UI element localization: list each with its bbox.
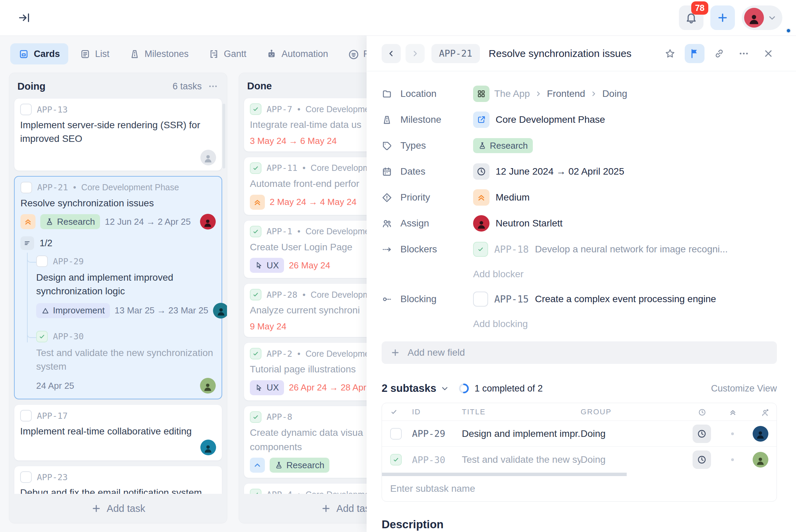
time-estimate-button[interactable] [693,450,711,469]
field-priority: Priority Medium [382,184,777,210]
copy-link-button[interactable] [709,44,729,63]
field-location: Location The App Frontend Doing [382,81,777,107]
task-id: APP-28 [267,290,297,300]
task-card-app-21-selected[interactable]: APP-21 • Core Development Phase Resolve … [14,176,222,400]
priority-diamond-icon [382,192,392,203]
column-menu-icon[interactable] [207,80,219,92]
subtask-app-30[interactable]: APP-30 Test and validate the new synchro… [36,331,216,394]
add-blocking-button[interactable]: Add blocking [382,312,777,336]
task-checkbox[interactable] [20,471,32,483]
breadcrumb: The App Frontend Doing [473,86,627,102]
task-checkbox-checked[interactable] [250,411,261,423]
priority-empty-dot[interactable] [731,458,734,461]
ellipsis-icon [738,48,749,59]
task-checkbox-checked[interactable] [250,103,261,115]
add-new-field-button[interactable]: Add new field [382,341,777,364]
field-dates: Dates 12 June 2024 → 02 April 2025 [382,159,777,184]
avatar[interactable] [753,452,768,468]
tag-ux: UX [250,380,284,395]
field-blocking: Blocking APP-15 Create a complex event p… [382,286,777,312]
priority-empty-dot[interactable] [731,432,734,435]
avatar [213,303,227,319]
task-checkbox-checked[interactable] [473,242,488,257]
task-checkbox[interactable] [20,410,32,422]
star-icon [665,48,676,59]
task-card-app-17[interactable]: APP-17 Implement real-time collaborative… [14,404,222,461]
create-new-button[interactable] [710,5,735,30]
subtask-id: APP-29 [412,428,462,439]
blocking-item[interactable]: APP-15 Create a complex event processing… [473,292,777,307]
back-button[interactable] [382,44,401,63]
subtask-group: Doing [581,454,683,465]
favorite-button[interactable] [660,44,680,63]
table-horizontal-scrollbar[interactable] [382,473,627,476]
task-checkbox-checked[interactable] [36,331,48,342]
task-checkbox[interactable] [36,255,48,267]
avatar[interactable] [753,426,768,442]
tab-cards[interactable]: Cards [10,43,68,64]
task-checkbox-checked[interactable] [250,162,261,174]
dates-value[interactable]: 12 June 2024 → 02 April 2025 [496,166,624,177]
task-checkbox-checked[interactable] [250,348,261,359]
priority-medium-icon [250,195,265,210]
subtask-app-29[interactable]: APP-29 Design and implement improved syn… [36,255,216,319]
breadcrumb-group[interactable]: Doing [602,88,627,99]
subtask-name-input[interactable] [390,483,768,494]
task-checkbox[interactable] [473,292,488,307]
blocker-item[interactable]: APP-18 Develop a neural network for imag… [473,242,777,257]
task-title: Design and implement improved synchroniz… [36,271,216,298]
breadcrumb-app[interactable]: The App [494,88,530,99]
gantt-icon [209,49,219,59]
subtask-row-app-30[interactable]: APP-30 Test and validate the new sy... D… [382,447,777,473]
time-estimate-button[interactable] [693,425,711,443]
subtask-title: Design and implement impr... [462,428,581,439]
avatar-placeholder [200,150,216,165]
milestone-value[interactable]: Core Development Phase [496,114,605,125]
flask-icon [275,461,283,469]
blocker-id: APP-18 [494,244,529,255]
task-id: APP-8 [267,412,292,422]
user-menu[interactable] [742,5,782,30]
assignee-name[interactable]: Neutron Starlett [496,218,563,229]
app-grid-icon [473,86,489,102]
column-header-group[interactable]: GROUP [581,408,683,416]
add-task-button[interactable]: Add task [9,494,227,523]
task-checkbox-checked[interactable] [390,454,402,466]
tab-list[interactable]: List [72,43,118,64]
list-icon [80,49,90,59]
customize-view-link[interactable]: Customize View [711,383,777,394]
breadcrumb-list[interactable]: Frontend [547,88,585,99]
column-header-id[interactable]: ID [412,408,462,416]
close-panel-button[interactable] [758,44,778,63]
external-link-icon[interactable] [473,112,489,128]
task-id-chip[interactable]: APP-21 [431,44,480,63]
task-checkbox[interactable] [20,104,32,115]
tab-gantt[interactable]: Gantt [200,43,255,64]
subtask-row-app-29[interactable]: APP-29 Design and implement impr... Doin… [382,421,777,447]
chevron-down-icon[interactable] [440,384,449,393]
assignee-column-icon [761,408,768,416]
notifications-button[interactable]: 78 [679,5,703,30]
flag-button[interactable] [685,44,705,63]
forward-button[interactable] [406,44,425,63]
column-scrollbar[interactable] [223,104,225,168]
milestones-icon [129,49,140,59]
sidebar-expand-icon[interactable] [16,10,31,25]
task-checkbox-checked[interactable] [250,226,261,237]
add-blocker-button[interactable]: Add blocker [382,262,777,286]
column-header-title[interactable]: TITLE [462,408,581,416]
tag-research: Research [40,214,100,229]
task-checkbox[interactable] [390,428,402,440]
task-card-app-13[interactable]: APP-13 Implement server-side rendering (… [14,98,222,171]
task-checkbox-checked[interactable] [250,289,261,300]
tag-research[interactable]: Research [473,138,533,153]
priority-value[interactable]: Medium [496,192,530,203]
more-options-button[interactable] [734,44,754,63]
field-assign: Assign Neutron Starlett [382,210,777,236]
tab-automation[interactable]: Automation [258,43,337,64]
task-dates: 3 May 24 → 6 May 24 [250,136,337,146]
task-id: APP-1 [267,226,292,236]
tab-milestones[interactable]: Milestones [121,43,197,64]
blocker-title: Develop a neural network for image recog… [535,244,728,255]
task-checkbox[interactable] [20,182,32,193]
